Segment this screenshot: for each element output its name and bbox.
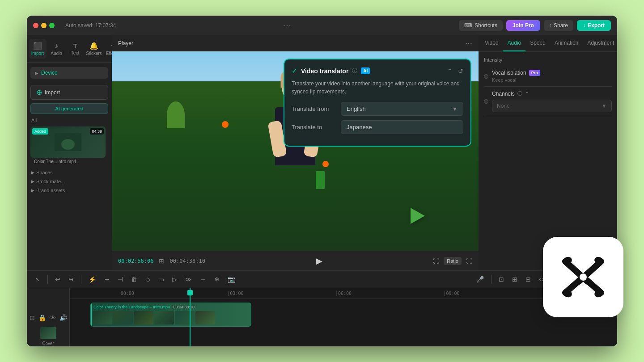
vt-info-icon[interactable]: ⓘ bbox=[352, 67, 357, 75]
translate-to-value: Japanese bbox=[347, 124, 372, 130]
import-media-button[interactable]: ⊕ Import bbox=[30, 85, 108, 100]
ratio-button[interactable]: Ratio bbox=[444, 257, 462, 265]
playback-controls-center: ▶ bbox=[211, 256, 428, 266]
translate-from-select[interactable]: English ▼ bbox=[341, 102, 463, 116]
toolbar: ↖ ↩ ↪ ⚡ ⊢ ⊣ 🗑 ◇ ▭ ▷ ≫ ↔ ❄ 📷 🎤 ⊡ ⊞ ⊟ ⇔ 🧲 bbox=[27, 270, 617, 288]
split-right-button[interactable]: ⊣ bbox=[115, 274, 126, 285]
cover-label: Cover bbox=[40, 341, 56, 346]
player-controls: 00:02:56:06 ⊞ 00:04:38:10 ▶ ⛶ Ratio ⛶ bbox=[112, 251, 479, 270]
delete-button[interactable]: 🗑 bbox=[128, 274, 140, 285]
main-content: ⬛ Import ♪ Audio T Text 🔔 Stickers ✦ bbox=[27, 35, 617, 270]
split-button[interactable]: ⚡ bbox=[86, 274, 99, 285]
toolbar-separator-1 bbox=[47, 275, 48, 284]
refresh-icon[interactable]: ↺ bbox=[458, 67, 463, 75]
tab-adjustment[interactable]: Adjustment bbox=[583, 35, 617, 51]
tab-speed[interactable]: Speed bbox=[525, 35, 550, 51]
media-thumbnail[interactable]: Added 04:39 Color The...Intro.mp4 bbox=[30, 126, 108, 165]
tab-audio[interactable]: Audio bbox=[503, 35, 525, 51]
player-right-controls: ⛶ Ratio ⛶ bbox=[433, 257, 472, 265]
player-menu-button[interactable]: ⋯ bbox=[465, 39, 472, 47]
track-controls-row: ⊡ 🔒 👁 🔊 bbox=[30, 314, 67, 321]
layout-button[interactable]: ⊡ bbox=[30, 314, 35, 321]
current-time: 00:02:56:06 bbox=[118, 258, 153, 264]
check-icon: ✓ bbox=[292, 67, 297, 75]
tab-stickers[interactable]: 🔔 Stickers bbox=[85, 39, 103, 59]
sidebar-item-stock-materials[interactable]: ▶ Stock mate... bbox=[27, 176, 112, 185]
right-panel-tabs: Video Audio Speed Animation Adjustment » bbox=[479, 35, 617, 52]
chevron-right-icon-2: ▶ bbox=[31, 179, 34, 184]
freeze-button[interactable]: ❄ bbox=[212, 274, 222, 285]
replace-button[interactable]: ↔ bbox=[197, 274, 209, 285]
tab-video[interactable]: Video bbox=[480, 35, 503, 51]
fullscreen-button[interactable] bbox=[49, 23, 55, 28]
shortcuts-icon: ⌨ bbox=[464, 22, 472, 29]
redo-button[interactable]: ↪ bbox=[66, 274, 76, 285]
fullscreen-button[interactable]: ⛶ bbox=[466, 257, 472, 265]
fit-tracks-button[interactable]: ⊡ bbox=[496, 274, 507, 285]
added-badge: Added bbox=[32, 128, 48, 135]
speed-button[interactable]: ≫ bbox=[182, 274, 195, 285]
timeline-ruler: 00:00 |03:00 |06:00 |09:00 |12:00 bbox=[70, 288, 617, 299]
select-tool-button[interactable]: ↖ bbox=[32, 274, 43, 285]
chevron-right-icon: ▶ bbox=[31, 170, 34, 175]
share-button[interactable]: ↑ Share bbox=[544, 20, 573, 31]
translate-from-value: English bbox=[347, 105, 366, 112]
undo-button[interactable]: ↩ bbox=[52, 274, 63, 285]
ai-generated-button[interactable]: AI generated bbox=[30, 103, 108, 114]
vocal-isolation-label: Vocal isolation bbox=[492, 70, 526, 76]
eye-button[interactable]: 👁 bbox=[50, 314, 56, 321]
timeline-track-area: 00:00 |03:00 |06:00 |09:00 |12:00 Color … bbox=[70, 288, 617, 346]
vocal-isolation-info: Vocal isolation Pro · Keep vocal bbox=[492, 70, 612, 83]
close-button[interactable] bbox=[33, 23, 38, 28]
sidebar-item-brand-assets[interactable]: ▶ Brand assets bbox=[27, 185, 112, 194]
channels-header: Channels ⓘ ⌃ bbox=[492, 90, 612, 97]
frame-4 bbox=[154, 311, 174, 324]
share-icon: ↑ bbox=[549, 22, 552, 29]
tab-text[interactable]: T Text bbox=[66, 40, 84, 58]
vocal-isolation-toggle[interactable] bbox=[484, 74, 488, 79]
vt-title: Video translator bbox=[301, 67, 348, 75]
expand-icon[interactable]: ⌃ bbox=[447, 67, 453, 75]
sidebar-item-spaces[interactable]: ▶ Spaces bbox=[27, 167, 112, 176]
fit-screen-button[interactable]: ⛶ bbox=[433, 257, 439, 265]
split-left-button[interactable]: ⊢ bbox=[102, 274, 112, 285]
channels-select[interactable]: None ▼ bbox=[492, 100, 612, 112]
mic-button[interactable]: 🎤 bbox=[474, 274, 487, 285]
ruler-mark-1: |03:00 bbox=[182, 291, 290, 296]
more-options-icon[interactable]: ··· bbox=[283, 21, 292, 29]
sidebar-tabs: ⬛ Import ♪ Audio T Text 🔔 Stickers ✦ bbox=[27, 35, 112, 63]
channels-info-icon: ⓘ bbox=[517, 90, 522, 97]
translate-to-select[interactable]: Japanese bbox=[341, 120, 463, 134]
stabilize-button[interactable]: ▷ bbox=[169, 274, 180, 285]
zoom-out-button[interactable]: ⊟ bbox=[523, 274, 534, 285]
grid-icon: ⊞ bbox=[159, 257, 164, 265]
pro-badge: Pro bbox=[529, 70, 540, 76]
transform-button[interactable]: ▭ bbox=[156, 274, 167, 285]
svg-point-1 bbox=[61, 139, 75, 150]
ruler-marks: 00:00 |03:00 |06:00 |09:00 |12:00 bbox=[73, 291, 614, 296]
vt-description: Translate your video into another langua… bbox=[292, 80, 463, 96]
ai-badge: AI bbox=[361, 67, 370, 74]
shortcuts-button[interactable]: ⌨ Shortcuts bbox=[459, 20, 503, 31]
lock-button[interactable]: 🔒 bbox=[38, 314, 46, 321]
channels-expand-icon[interactable]: ⌃ bbox=[525, 91, 529, 97]
zoom-in-button[interactable]: ⊞ bbox=[509, 274, 520, 285]
tab-import[interactable]: ⬛ Import bbox=[29, 39, 47, 59]
minimize-button[interactable] bbox=[41, 23, 47, 28]
audio-button[interactable]: 🔊 bbox=[59, 314, 67, 321]
play-button[interactable]: ▶ bbox=[316, 256, 322, 266]
export-button[interactable]: ↓ Export bbox=[577, 20, 611, 31]
bottom-area: ↖ ↩ ↪ ⚡ ⊢ ⊣ 🗑 ◇ ▭ ▷ ≫ ↔ ❄ 📷 🎤 ⊡ ⊞ ⊟ ⇔ 🧲 bbox=[27, 270, 617, 346]
tab-audio[interactable]: ♪ Audio bbox=[47, 39, 65, 59]
player-header: Player ⋯ bbox=[112, 35, 479, 51]
translate-to-label: Translate to bbox=[292, 124, 341, 130]
tab-animation[interactable]: Animation bbox=[550, 35, 583, 51]
ruler-mark-0: 00:00 bbox=[73, 291, 182, 296]
channels-toggle[interactable] bbox=[484, 99, 488, 104]
sidebar-item-device[interactable]: ▶ Device bbox=[30, 67, 108, 79]
video-clip[interactable]: Color Theory in the Landscape – Intro.mp… bbox=[90, 303, 251, 327]
translate-from-field: Translate from English ▼ bbox=[292, 102, 463, 116]
join-pro-button[interactable]: Join Pro bbox=[506, 20, 540, 31]
snapshot-button[interactable]: 📷 bbox=[225, 274, 238, 285]
mask-button[interactable]: ◇ bbox=[143, 274, 153, 285]
